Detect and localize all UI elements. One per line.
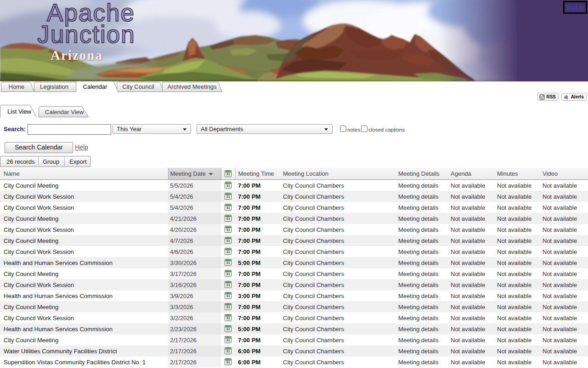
svg-text:31: 31 [226,360,230,364]
svg-text:List View: List View [7,108,31,115]
svg-text:31: 31 [226,327,230,331]
svg-text:City Council: City Council [122,83,154,90]
svg-text:31: 31 [226,250,230,254]
svg-text:Calendar: Calendar [83,83,107,90]
svg-text:31: 31 [226,261,230,265]
svg-text:Archived Meetings: Archived Meetings [168,83,217,90]
svg-text:31: 31 [226,206,230,210]
svg-text:31: 31 [226,294,230,298]
svg-text:31: 31 [226,305,230,309]
svg-text:31: 31 [226,239,230,243]
svg-text:31: 31 [226,195,230,199]
svg-text:Calendar View: Calendar View [45,109,84,115]
svg-text:31: 31 [226,184,230,188]
svg-text:Arizona: Arizona [51,48,103,63]
svg-text:31: 31 [226,272,230,276]
svg-text:31: 31 [226,338,230,342]
svg-text:31: 31 [226,316,230,320]
svg-text:Junction: Junction [37,21,135,48]
svg-text:31: 31 [226,283,230,287]
svg-text:31: 31 [226,172,230,176]
svg-text:31: 31 [226,349,230,353]
svg-text:Home: Home [9,83,25,90]
svg-text:Legislation: Legislation [40,83,68,90]
svg-text:31: 31 [226,217,230,221]
svg-text:31: 31 [226,228,230,232]
